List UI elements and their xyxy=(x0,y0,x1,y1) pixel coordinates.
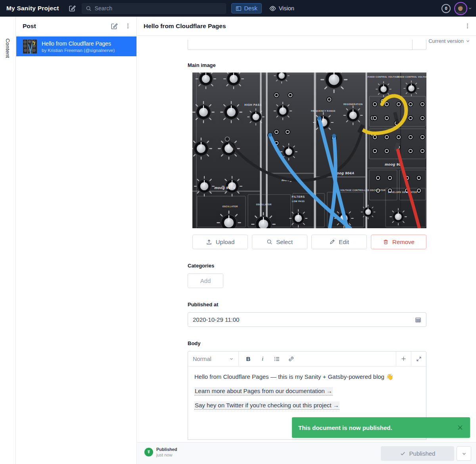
block-style-select[interactable]: Normal xyxy=(188,351,239,366)
add-label: Add xyxy=(200,277,211,284)
body-link-twitter[interactable]: Say hey on Twitter if you're checking ou… xyxy=(194,401,340,410)
search-bar[interactable] xyxy=(82,3,226,14)
body-label: Body xyxy=(188,340,201,346)
chevron-down-icon xyxy=(229,357,234,361)
bullet-list-button[interactable] xyxy=(271,353,283,365)
photo-label: OSCILLATOR xyxy=(222,205,238,208)
calendar-icon xyxy=(415,317,421,323)
sanity-studio-app: My Sanity Project xyxy=(0,0,476,464)
editor-content[interactable]: Hello from Cloudflare Pages — this is my… xyxy=(188,367,426,421)
edit-button[interactable]: Edit xyxy=(311,235,367,249)
post-list-pane: Post xyxy=(16,17,137,464)
link-icon xyxy=(288,356,294,362)
user-menu[interactable] xyxy=(454,2,472,15)
chevron-down-icon xyxy=(466,39,470,43)
image-actions: Upload Select Edit xyxy=(192,235,426,249)
slug-generate-button[interactable] xyxy=(412,40,426,50)
post-list-header: Post xyxy=(16,17,136,36)
content-rail-label[interactable]: Content xyxy=(5,38,11,58)
slug-field-partial[interactable] xyxy=(188,40,426,50)
compose-icon xyxy=(69,5,76,12)
kebab-icon xyxy=(125,23,131,29)
expand-icon xyxy=(416,356,422,362)
photo-label: HIGH PASS xyxy=(244,103,261,106)
tab-desk[interactable]: Desk xyxy=(231,3,262,13)
italic-button[interactable]: i xyxy=(256,353,269,365)
photo-label: moog 907A xyxy=(214,186,235,190)
photo-label: FIXED CONTROL VOLTAGE xyxy=(397,76,426,78)
project-title: My Sanity Project xyxy=(6,5,59,12)
avatar xyxy=(454,2,467,15)
bold-button[interactable]: B xyxy=(242,353,255,365)
bullet-list-icon xyxy=(274,356,280,362)
chevron-down-icon xyxy=(468,6,472,10)
main-image-preview[interactable]: HIGH PASS FREQUENCY RANGE REGENERATION F… xyxy=(192,73,426,228)
photo-label: FILTERS xyxy=(292,195,305,198)
add-category-button[interactable]: Add xyxy=(188,273,223,288)
publish-status-text: Published xyxy=(156,447,177,452)
remove-button[interactable]: Remove xyxy=(371,235,426,249)
tab-vision[interactable]: Vision xyxy=(269,5,294,12)
upload-icon xyxy=(206,239,212,245)
photo-label: ENVELOPE GENERATOR xyxy=(388,191,417,193)
photo-label: LOW PASS xyxy=(292,200,305,202)
compose-icon xyxy=(111,23,118,30)
editor-toolbar: Normal B i xyxy=(188,351,426,367)
toast-message: This document is now published. xyxy=(298,424,457,431)
publish-status-time: just now xyxy=(156,453,177,457)
insert-block-button[interactable] xyxy=(396,351,411,366)
eye-icon xyxy=(269,5,276,12)
pane-title: Post xyxy=(23,23,104,30)
check-icon xyxy=(400,451,406,456)
body-paragraph: Hello from Cloudflare Pages — this is my… xyxy=(194,372,420,381)
published-at-input[interactable] xyxy=(193,316,415,323)
create-post-button[interactable] xyxy=(111,23,118,30)
publish-menu-button[interactable] xyxy=(457,446,471,461)
published-at-label: Published at xyxy=(188,302,218,307)
search-icon xyxy=(86,6,92,11)
calendar-button[interactable] xyxy=(415,317,421,323)
list-item-title: Hello from Cloudflare Pages xyxy=(42,40,115,47)
presence-badge[interactable]: 0 xyxy=(441,4,451,13)
publish-status: Published just now xyxy=(144,447,177,457)
kebab-icon xyxy=(464,23,470,29)
published-at-field xyxy=(188,312,426,327)
photo-label: FIXED CONTROL VOLTAGE xyxy=(368,76,400,78)
post-thumbnail xyxy=(23,40,37,53)
new-document-button[interactable] xyxy=(69,5,76,12)
remove-label: Remove xyxy=(392,239,415,245)
desk-panels-icon xyxy=(236,6,242,11)
synthesizer-photo: HIGH PASS FREQUENCY RANGE REGENERATION F… xyxy=(192,73,426,228)
categories-label: Categories xyxy=(188,263,214,269)
version-label: Current version xyxy=(428,38,464,44)
edit-label: Edit xyxy=(339,239,349,245)
expand-editor-button[interactable] xyxy=(411,351,426,366)
document-menu-button[interactable] xyxy=(464,23,470,29)
publish-button[interactable]: Published xyxy=(381,446,454,461)
pane-menu-button[interactable] xyxy=(125,23,131,29)
publish-toast: This document is now published. xyxy=(292,417,470,438)
search-input[interactable] xyxy=(95,5,214,11)
main-image-label: Main image xyxy=(188,62,216,68)
pencil-icon xyxy=(329,239,335,245)
tab-desk-label: Desk xyxy=(244,5,257,11)
photo-label: VOLTAGE CONTROLLED OSCILLATOR xyxy=(340,189,386,191)
list-item-subtitle: by Kristian Freeman (@signalnerve) xyxy=(42,48,115,53)
upload-button[interactable]: Upload xyxy=(192,235,248,249)
publish-button-label: Published xyxy=(409,450,436,457)
document-pane: Hello from Cloudflare Pages Current vers… xyxy=(137,17,476,464)
document-header: Hello from Cloudflare Pages xyxy=(137,17,476,36)
plus-icon xyxy=(401,356,407,362)
close-icon xyxy=(457,424,464,431)
list-item-post[interactable]: Hello from Cloudflare Pages by Kristian … xyxy=(16,36,136,56)
photo-label: OSCILLATOR xyxy=(256,203,271,206)
body-link-docs[interactable]: Learn more about Pages from our document… xyxy=(194,387,333,395)
toast-close-button[interactable] xyxy=(457,424,464,431)
top-navbar: My Sanity Project xyxy=(0,0,476,17)
link-button[interactable] xyxy=(285,353,298,365)
upload-label: Upload xyxy=(216,239,235,245)
select-label: Select xyxy=(276,239,293,245)
search-icon xyxy=(267,239,273,245)
tab-vision-label: Vision xyxy=(279,5,294,11)
select-button[interactable]: Select xyxy=(252,235,307,249)
